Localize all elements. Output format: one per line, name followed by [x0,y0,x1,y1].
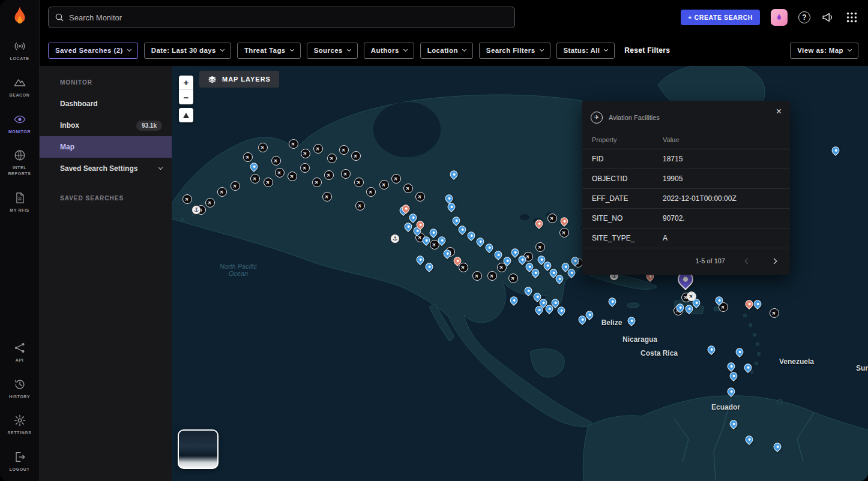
airplane-marker[interactable]: ✈ [217,187,227,197]
location-pin-marker[interactable] [510,296,518,304]
airplane-marker[interactable]: ✈ [339,145,349,155]
sidebar-item-saved-search-settings[interactable]: Saved Search Settings [40,158,172,179]
location-pin-marker[interactable] [405,223,412,230]
airplane-marker[interactable]: ✈ [288,172,297,181]
rail-item-beacon[interactable]: BEACON [0,76,39,98]
anchor-marker[interactable]: ⚓ [390,234,400,243]
location-pin-marker[interactable] [532,269,540,276]
location-pin-marker[interactable] [459,226,466,233]
airplane-marker[interactable]: ✈ [341,169,351,179]
location-pin-marker[interactable] [558,306,565,314]
location-pin-marker[interactable] [730,420,738,428]
alert-pin-marker[interactable] [561,217,568,225]
location-pin-marker[interactable] [504,257,511,264]
megaphone-icon[interactable] [821,11,834,24]
location-pin-marker[interactable] [774,443,782,450]
location-pin-marker[interactable] [746,435,753,443]
airplane-marker[interactable]: ✈ [264,178,273,187]
location-pin-marker[interactable] [450,170,458,178]
location-pin-marker[interactable] [736,348,744,356]
search-input[interactable] [69,13,508,22]
location-pin-marker[interactable] [438,236,446,244]
location-pin-marker[interactable] [417,255,424,263]
close-icon[interactable] [776,107,782,116]
location-pin-marker[interactable] [728,387,735,395]
mini-map[interactable] [178,429,219,469]
filter-status-all[interactable]: Status: All [556,43,615,59]
location-pin-marker[interactable] [609,297,616,305]
location-pin-marker[interactable] [552,299,559,306]
filter-search-filters[interactable]: Search Filters [479,43,550,59]
airplane-marker[interactable]: ✈ [355,201,365,211]
airplane-marker[interactable]: ✈ [327,154,337,163]
airplane-marker[interactable]: ✈ [324,170,334,180]
airplane-marker[interactable]: ✈ [351,151,361,161]
sidebar-item-map[interactable]: Map [40,136,172,158]
zoom-in-button[interactable]: + [179,76,193,90]
airplane-marker[interactable]: ✈ [275,168,285,178]
alert-pin-marker[interactable] [417,221,424,229]
airplane-marker[interactable]: ✈ [250,174,260,184]
airplane-marker[interactable]: ✈ [301,149,310,158]
airplane-marker[interactable]: ✈ [289,139,298,149]
apps-grid-icon[interactable] [845,11,858,24]
airplane-marker[interactable]: ✈ [312,178,322,187]
location-pin-marker[interactable] [708,345,716,353]
help-icon[interactable] [798,11,810,23]
location-pin-marker[interactable] [495,251,502,258]
airplane-marker[interactable]: ✈ [258,143,268,152]
filter-authors[interactable]: Authors [364,43,414,59]
alert-pin-marker[interactable] [535,220,543,227]
location-pin-marker[interactable] [477,238,484,245]
location-pin-marker[interactable] [468,232,475,239]
alert-pin-marker[interactable] [746,300,753,308]
location-pin-marker[interactable] [556,275,564,282]
zoom-out-button[interactable]: − [179,90,193,104]
rail-item-locate[interactable]: LOCATE [0,40,39,62]
location-pin-marker[interactable] [677,303,684,311]
location-pin-marker[interactable] [535,306,543,314]
location-pin-marker[interactable] [250,163,258,170]
location-pin-marker[interactable] [693,299,701,306]
airplane-marker[interactable]: ✈ [366,187,376,197]
filter-saved-searches-2[interactable]: Saved Searches (2) [48,43,138,59]
airplane-marker[interactable]: ✈ [243,152,253,162]
location-pin-marker[interactable] [730,372,738,380]
next-page-icon[interactable] [770,257,778,265]
location-pin-marker[interactable] [426,263,433,270]
airplane-marker[interactable]: ✈ [415,192,425,202]
airplane-marker[interactable]: ✈ [354,178,364,187]
sidebar-item-inbox[interactable]: Inbox93.1k [40,115,172,136]
location-pin-marker[interactable] [448,203,456,211]
location-pin-marker[interactable] [423,236,430,244]
location-pin-marker[interactable] [586,311,594,318]
location-pin-marker[interactable] [430,229,438,236]
airplane-marker[interactable]: ✈ [271,156,281,166]
airplane-marker[interactable]: ✈ [313,144,323,154]
location-pin-marker[interactable] [628,317,636,324]
location-pin-marker[interactable] [716,296,723,304]
alert-pin-marker[interactable] [454,257,462,264]
view-as-dropdown[interactable]: View as: Map [790,43,858,59]
location-pin-marker[interactable] [832,146,840,154]
location-pin-marker[interactable] [744,363,752,371]
airplane-marker[interactable]: ✈ [231,181,240,191]
compass-button[interactable] [179,108,193,122]
rail-item-logout[interactable]: LOGOUT [0,450,39,473]
airplane-marker[interactable]: ✈ [770,308,779,318]
airplane-marker[interactable]: ✈ [547,214,557,223]
location-pin-marker[interactable] [444,249,451,257]
airplane-marker[interactable]: ✈ [472,271,482,281]
airplane-marker[interactable]: ✈ [391,174,401,184]
location-pin-marker[interactable] [486,243,493,251]
rail-item-settings[interactable]: SETTINGS [0,414,39,436]
filter-threat-tags[interactable]: Threat Tags [237,43,301,59]
map-canvas[interactable]: North Pacific OceanBelizeNicaraguaCosta … [172,66,868,481]
airplane-marker[interactable]: ✈ [182,194,192,204]
rail-item-api[interactable]: API [0,341,39,363]
airplane-marker[interactable]: ✈ [379,180,389,190]
location-pin-marker[interactable] [754,300,762,308]
prev-page-icon[interactable] [743,257,752,265]
rail-item-my-rfis[interactable]: MY RFIS [0,191,39,214]
search-box[interactable] [48,7,515,28]
